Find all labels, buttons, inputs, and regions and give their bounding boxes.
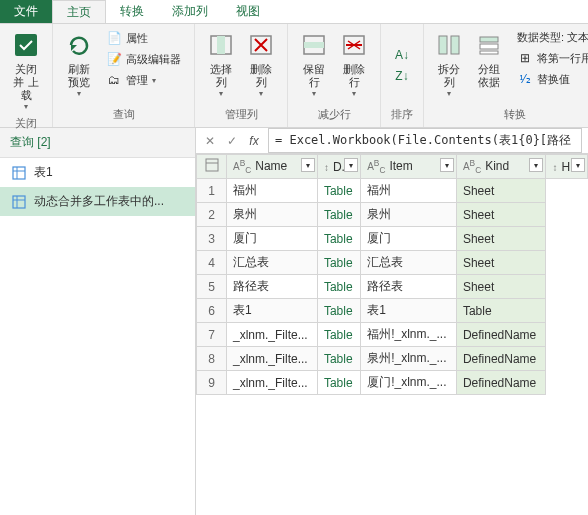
svg-rect-9: [480, 37, 498, 42]
select-columns-button[interactable]: 选择 列 ▾: [201, 26, 241, 105]
refresh-preview-button[interactable]: 刷新 预览 ▾: [59, 26, 99, 105]
cell-name[interactable]: 表1: [227, 299, 318, 323]
cell-item[interactable]: 泉州: [361, 203, 457, 227]
table-row[interactable]: 7_xlnm._Filte...Table福州!_xlnm._...Define…: [197, 323, 588, 347]
formula-input[interactable]: = Excel.Workbook(File.Contents(表1{0}[路径: [268, 128, 582, 153]
cell-item[interactable]: 福州!_xlnm._...: [361, 323, 457, 347]
table-row[interactable]: 2泉州Table泉州Sheet: [197, 203, 588, 227]
cell-name[interactable]: _xlnm._Filte...: [227, 347, 318, 371]
row-index-header[interactable]: [197, 155, 227, 179]
table-row[interactable]: 6表1Table表1Table: [197, 299, 588, 323]
cell-kind[interactable]: DefinedName: [456, 371, 546, 395]
column-header[interactable]: ABCKind▾: [456, 155, 546, 179]
cell-data[interactable]: Table: [317, 299, 360, 323]
data-type-button[interactable]: 数据类型: 文本: [514, 28, 588, 47]
column-filter-button[interactable]: ▾: [529, 158, 543, 172]
table-row[interactable]: 1福州Table福州Sheet: [197, 179, 588, 203]
cell-name[interactable]: 泉州: [227, 203, 318, 227]
cell-kind[interactable]: DefinedName: [456, 347, 546, 371]
sort-asc-button[interactable]: A↓: [391, 45, 413, 65]
remove-rows-button[interactable]: 删除 行 ▾: [334, 26, 374, 105]
cell-data[interactable]: Table: [317, 371, 360, 395]
row-number: 1: [197, 179, 227, 203]
table-row[interactable]: 8_xlnm._Filte...Table泉州!_xlnm._...Define…: [197, 347, 588, 371]
tab-file[interactable]: 文件: [0, 0, 52, 23]
column-filter-button[interactable]: ▾: [301, 158, 315, 172]
close-and-load-button[interactable]: 关闭并 上载 ▾: [6, 26, 46, 114]
advanced-editor-button[interactable]: 📝高级编辑器: [103, 49, 184, 69]
query-item-label: 表1: [34, 164, 53, 181]
tab-addcolumn[interactable]: 添加列: [158, 0, 222, 23]
first-row-header-button[interactable]: ⊞将第一行用: [514, 48, 588, 68]
query-item[interactable]: 表1: [0, 158, 195, 187]
column-header[interactable]: ↕D...▾: [317, 155, 360, 179]
properties-button[interactable]: 📄属性: [103, 28, 184, 48]
column-name: Name: [255, 159, 287, 173]
cell-name[interactable]: _xlnm._Filte...: [227, 323, 318, 347]
dropdown-arrow-icon: ▾: [152, 76, 156, 85]
row-number: 7: [197, 323, 227, 347]
column-header[interactable]: ↕Hid▾: [546, 155, 588, 179]
tab-home[interactable]: 主页: [52, 0, 106, 23]
sort-desc-icon: Z↓: [394, 68, 410, 84]
column-filter-button[interactable]: ▾: [440, 158, 454, 172]
cell-name[interactable]: 汇总表: [227, 251, 318, 275]
cell-kind[interactable]: Table: [456, 299, 546, 323]
cell-item[interactable]: 厦门!_xlnm._...: [361, 371, 457, 395]
expand-icon: ↕: [324, 162, 329, 173]
data-grid[interactable]: ABCName▾↕D...▾ABCItem▾ABCKind▾↕Hid▾ 1福州T…: [196, 154, 588, 515]
table-row[interactable]: 3厦门Table厦门Sheet: [197, 227, 588, 251]
keep-rows-button[interactable]: 保留 行 ▾: [294, 26, 334, 105]
cell-name[interactable]: _xlnm._Filte...: [227, 371, 318, 395]
svg-rect-8: [451, 36, 459, 54]
cell-data[interactable]: Table: [317, 251, 360, 275]
replace-values-button[interactable]: ¹⁄₂替换值: [514, 69, 588, 89]
cell-item[interactable]: 泉州!_xlnm._...: [361, 347, 457, 371]
table-row[interactable]: 9_xlnm._Filte...Table厦门!_xlnm._...Define…: [197, 371, 588, 395]
cell-item[interactable]: 厦门: [361, 227, 457, 251]
cell-name[interactable]: 路径表: [227, 275, 318, 299]
svg-rect-12: [13, 167, 25, 179]
group-by-button[interactable]: 分组 依据: [468, 26, 510, 105]
cell-name[interactable]: 厦门: [227, 227, 318, 251]
cell-kind[interactable]: Sheet: [456, 275, 546, 299]
cell-kind[interactable]: Sheet: [456, 227, 546, 251]
tab-view[interactable]: 视图: [222, 0, 274, 23]
cancel-icon[interactable]: ✕: [202, 133, 218, 149]
sort-asc-icon: A↓: [394, 47, 410, 63]
column-header[interactable]: ABCName▾: [227, 155, 318, 179]
split-column-button[interactable]: 拆分 列 ▾: [430, 26, 468, 105]
table-row[interactable]: 4汇总表Table汇总表Sheet: [197, 251, 588, 275]
remove-columns-button[interactable]: 删除 列 ▾: [241, 26, 281, 105]
cell-kind[interactable]: Sheet: [456, 203, 546, 227]
cell-kind[interactable]: DefinedName: [456, 323, 546, 347]
dropdown-arrow-icon: ▾: [77, 89, 81, 98]
cell-name[interactable]: 福州: [227, 179, 318, 203]
cell-data[interactable]: Table: [317, 203, 360, 227]
cell-item[interactable]: 路径表: [361, 275, 457, 299]
column-filter-button[interactable]: ▾: [571, 158, 585, 172]
content-area: ✕ ✓ fx = Excel.Workbook(File.Contents(表1…: [196, 128, 588, 515]
table-row[interactable]: 5路径表Table路径表Sheet: [197, 275, 588, 299]
svg-rect-5: [304, 42, 324, 48]
cell-data[interactable]: Table: [317, 275, 360, 299]
cell-data[interactable]: Table: [317, 347, 360, 371]
tab-transform[interactable]: 转换: [106, 0, 158, 23]
cell-kind[interactable]: Sheet: [456, 251, 546, 275]
fx-icon[interactable]: fx: [246, 133, 262, 149]
cell-data[interactable]: Table: [317, 227, 360, 251]
group-sort: A↓ Z↓ 排序: [381, 24, 424, 127]
cell-data[interactable]: Table: [317, 179, 360, 203]
cell-item[interactable]: 表1: [361, 299, 457, 323]
query-item[interactable]: 动态合并多工作表中的...: [0, 187, 195, 216]
table-icon: [205, 158, 219, 172]
cell-item[interactable]: 福州: [361, 179, 457, 203]
cell-kind[interactable]: Sheet: [456, 179, 546, 203]
cell-item[interactable]: 汇总表: [361, 251, 457, 275]
sort-desc-button[interactable]: Z↓: [391, 66, 413, 86]
cell-data[interactable]: Table: [317, 323, 360, 347]
column-header[interactable]: ABCItem▾: [361, 155, 457, 179]
manage-button[interactable]: 🗂管理▾: [103, 70, 184, 90]
column-filter-button[interactable]: ▾: [344, 158, 358, 172]
confirm-icon[interactable]: ✓: [224, 133, 240, 149]
